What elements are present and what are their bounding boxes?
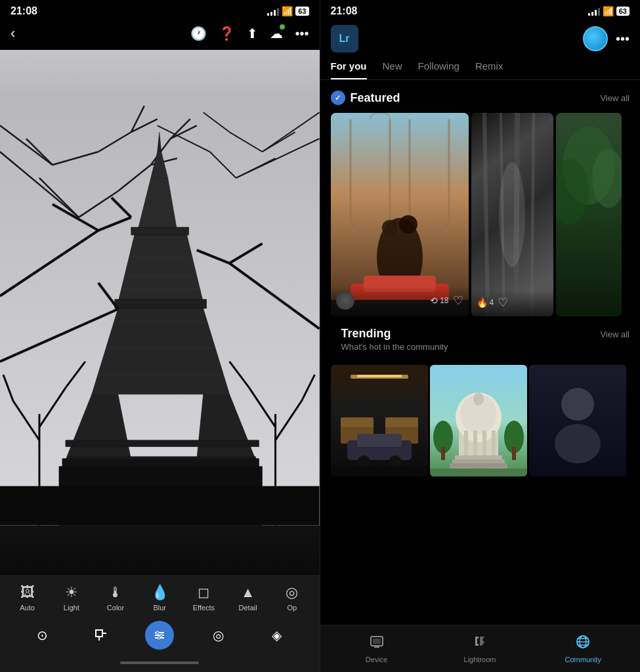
wedding-like-button[interactable]: ♡ bbox=[453, 293, 463, 308]
tab-following[interactable]: Following bbox=[418, 60, 459, 79]
svg-rect-115 bbox=[464, 430, 468, 457]
battery-left: 63 bbox=[295, 7, 309, 16]
svg-rect-98 bbox=[357, 375, 402, 377]
back-button[interactable]: ‹ bbox=[11, 25, 15, 42]
photo-background bbox=[0, 50, 320, 575]
trending-header-row: Trending What's hot in the community Vie… bbox=[320, 327, 641, 357]
svg-point-114 bbox=[473, 392, 484, 406]
app-header: Lr ••• bbox=[320, 20, 641, 60]
nav-community[interactable]: Community bbox=[532, 634, 635, 663]
svg-rect-122 bbox=[430, 469, 527, 476]
svg-rect-44 bbox=[66, 440, 259, 447]
trending-card-garage[interactable] bbox=[331, 365, 428, 476]
svg-point-91 bbox=[499, 162, 525, 267]
tab-for-you[interactable]: For you bbox=[331, 60, 367, 79]
featured-badge-icon: ✓ bbox=[331, 91, 345, 105]
mask-button[interactable]: ⊙ bbox=[28, 621, 57, 650]
bottom-controls: ⊙ ◎ ◈ bbox=[0, 616, 320, 660]
right-panel: 21:08 📶 63 Lr ••• For you New Followi bbox=[320, 0, 641, 672]
svg-point-75 bbox=[158, 637, 160, 639]
tab-remix[interactable]: Remix bbox=[475, 60, 503, 79]
remix-icon: ⟲ bbox=[430, 295, 438, 306]
featured-view-all[interactable]: View all bbox=[600, 93, 629, 103]
status-bar-right: 21:08 📶 63 bbox=[320, 0, 641, 20]
optics-tool[interactable]: ◎ Op bbox=[276, 584, 309, 612]
bw-like-button[interactable]: ♡ bbox=[498, 295, 508, 310]
svg-rect-67 bbox=[96, 630, 102, 637]
detail-icon: ▲ bbox=[241, 584, 255, 601]
battery-right: 63 bbox=[616, 7, 629, 16]
nav-tabs: For you New Following Remix bbox=[320, 60, 641, 80]
featured-cards: ⟲ 18 ♡ bbox=[320, 113, 641, 316]
svg-rect-38 bbox=[131, 227, 189, 235]
color-icon: 🌡 bbox=[108, 584, 123, 601]
auto-tool[interactable]: 🖼 Auto bbox=[11, 584, 44, 612]
svg-line-90 bbox=[532, 113, 534, 316]
wedding-card-footer: ⟲ 18 ♡ bbox=[331, 286, 469, 316]
trending-section: Trending What's hot in the community Vie… bbox=[320, 316, 641, 476]
effects-tool[interactable]: ◻ Effects bbox=[187, 584, 220, 612]
bw-remix-count: 🔥 4 bbox=[477, 297, 494, 308]
wedding-remix-count: ⟲ 18 bbox=[430, 295, 448, 306]
crop-button[interactable] bbox=[87, 621, 116, 650]
share-icon[interactable]: ⬆ bbox=[247, 26, 258, 41]
trending-cards bbox=[320, 357, 641, 476]
community-label: Community bbox=[565, 656, 602, 663]
svg-point-126 bbox=[561, 388, 594, 421]
featured-card-bw[interactable]: 🔥 4 ♡ bbox=[471, 113, 553, 316]
heal-button[interactable]: ◈ bbox=[263, 621, 291, 650]
bw-card-footer: 🔥 4 ♡ bbox=[471, 290, 553, 316]
svg-rect-107 bbox=[331, 467, 428, 476]
trending-view-all[interactable]: View all bbox=[600, 329, 629, 339]
trending-card-dome[interactable] bbox=[430, 365, 527, 476]
detail-tool[interactable]: ▲ Detail bbox=[232, 584, 265, 612]
edit-panel: 🖼 Auto ☀ Light 🌡 Color 💧 Blur ◻ Effects … bbox=[0, 575, 320, 672]
light-tool[interactable]: ☀ Light bbox=[55, 584, 88, 612]
svg-rect-129 bbox=[373, 639, 381, 644]
tab-new[interactable]: New bbox=[383, 60, 402, 79]
effects-icon: ◻ bbox=[198, 584, 209, 601]
bw-remix-icon: 🔥 bbox=[477, 297, 488, 308]
left-panel: 21:08 📶 63 ‹ 🕐 ❓ ⬆ ☁ ••• bbox=[0, 0, 320, 672]
svg-rect-117 bbox=[482, 430, 486, 457]
svg-point-79 bbox=[382, 220, 398, 236]
svg-point-80 bbox=[399, 215, 417, 234]
trending-subtitle: What's hot in the community bbox=[341, 342, 448, 352]
svg-point-73 bbox=[156, 631, 159, 634]
device-label: Device bbox=[366, 656, 388, 663]
more-button[interactable]: ••• bbox=[616, 32, 629, 47]
wifi-icon-right: 📶 bbox=[603, 6, 614, 16]
help-icon[interactable]: ❓ bbox=[219, 26, 235, 41]
svg-rect-116 bbox=[473, 430, 477, 457]
svg-point-74 bbox=[160, 634, 163, 637]
lightroom-label: Lightroom bbox=[464, 656, 496, 663]
blur-icon: 💧 bbox=[151, 584, 169, 601]
adjust-button[interactable] bbox=[145, 621, 174, 650]
content-scroll[interactable]: ✓ Featured View all bbox=[320, 91, 641, 672]
status-icons-left: 📶 63 bbox=[267, 6, 309, 16]
more-icon[interactable]: ••• bbox=[295, 26, 309, 41]
trending-header: Trending What's hot in the community bbox=[331, 327, 459, 354]
avatar[interactable] bbox=[583, 26, 608, 51]
cloud-sync-dot bbox=[280, 24, 285, 30]
history-icon[interactable]: 🕐 bbox=[190, 26, 207, 41]
svg-rect-110 bbox=[441, 447, 445, 460]
color-tool[interactable]: 🌡 Color bbox=[99, 584, 132, 612]
featured-title: ✓ Featured bbox=[331, 91, 400, 105]
trending-card-portrait[interactable] bbox=[529, 365, 626, 476]
svg-point-127 bbox=[555, 424, 601, 463]
cloud-icon[interactable]: ☁ bbox=[270, 26, 283, 41]
radial-button[interactable]: ◎ bbox=[204, 621, 233, 650]
nav-lightroom[interactable]: Lightroom bbox=[428, 634, 531, 663]
signal-icon-right bbox=[588, 7, 600, 16]
featured-card-wedding[interactable]: ⟲ 18 ♡ bbox=[331, 113, 469, 316]
svg-rect-57 bbox=[0, 486, 320, 526]
time-right: 21:08 bbox=[331, 5, 358, 17]
eiffel-scene bbox=[0, 50, 320, 575]
nav-device[interactable]: Device bbox=[325, 634, 428, 663]
top-toolbar: ‹ 🕐 ❓ ⬆ ☁ ••• bbox=[0, 20, 320, 50]
bw-photo bbox=[471, 113, 553, 316]
featured-section-header: ✓ Featured View all bbox=[320, 91, 641, 113]
featured-card-green[interactable] bbox=[556, 113, 622, 316]
blur-tool[interactable]: 💧 Blur bbox=[143, 584, 176, 612]
